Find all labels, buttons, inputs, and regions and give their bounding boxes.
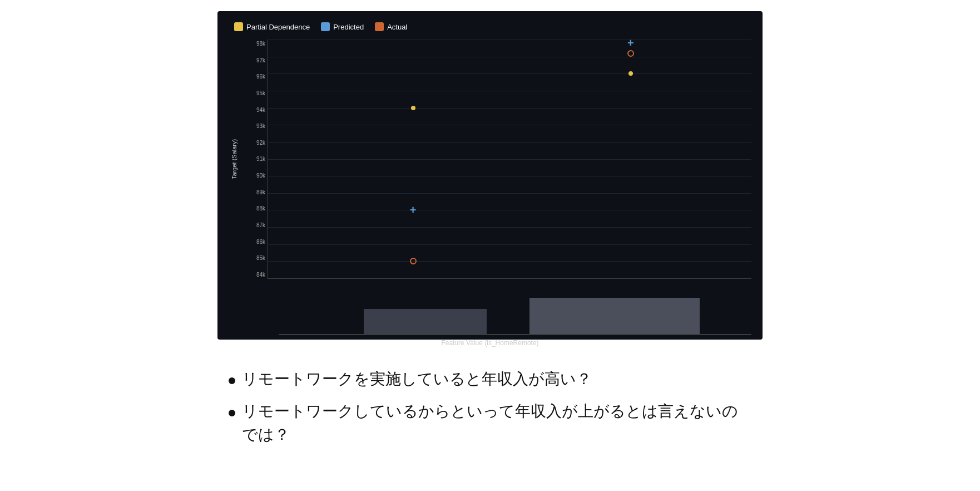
legend-partial-dependence: Partial Dependence	[234, 22, 310, 31]
bullet-item-1: リモートワークを実施していると年収入が高い？	[229, 367, 751, 391]
y-tick-95k: 95k	[256, 90, 265, 96]
predicted-cross: +	[410, 204, 417, 215]
histogram-baseline	[279, 334, 751, 335]
grid-line-97k	[268, 57, 751, 57]
hist-bar-false	[364, 309, 487, 334]
predicted-icon	[321, 22, 330, 31]
bullet-text-1: リモートワークを実施していると年収入が高い？	[242, 367, 592, 391]
x-axis-label: Feature Value (is_HomeRemote)	[229, 339, 751, 347]
partial-dependence-icon	[234, 22, 243, 31]
data-point-2	[410, 258, 417, 264]
y-tick-86k: 86k	[256, 239, 265, 245]
hist-bar-true	[529, 298, 700, 334]
y-tick-89k: 89k	[256, 189, 265, 195]
actual-icon	[375, 22, 384, 31]
y-tick-96k: 96k	[256, 73, 265, 80]
bullet-text-2: リモートワークしているからといって年収入が上がるとは言えないのでは？	[242, 400, 751, 446]
legend-predicted-label: Predicted	[333, 23, 364, 31]
y-tick-84k: 84k	[256, 272, 265, 278]
data-point-1: +	[410, 204, 417, 215]
bullet-item-2: リモートワークしているからといって年収入が上がるとは言えないのでは？	[229, 400, 751, 446]
partial-dependence-dot	[628, 71, 633, 76]
y-tick-94k: 94k	[256, 107, 265, 113]
grid-line-88k	[268, 210, 751, 210]
grid-line-92k	[268, 142, 751, 143]
y-tick-92k: 92k	[256, 140, 265, 146]
y-tick-90k: 90k	[256, 173, 265, 179]
grid-line-91k	[268, 159, 751, 160]
legend-partial-dependence-label: Partial Dependence	[246, 23, 310, 31]
y-tick-85k: 85k	[256, 255, 265, 261]
data-point-3	[628, 71, 633, 76]
y-tick-91k: 91k	[256, 156, 265, 162]
bullet-section: リモートワークを実施していると年収入が高い？ リモートワークしているからといって…	[217, 362, 763, 461]
legend-actual-label: Actual	[387, 23, 407, 31]
grid-line-94k	[268, 108, 751, 109]
bullet-dot-1	[229, 377, 235, 384]
grid-line-84k	[268, 278, 751, 279]
bullet-dot-2	[229, 410, 235, 416]
grid-line-87k	[268, 227, 751, 228]
grid-line-89k	[268, 193, 751, 194]
grid-line-85k	[268, 261, 751, 262]
grid-line-98k	[268, 40, 751, 40]
partial-dependence-dot	[411, 106, 415, 110]
plot-canvas: ++FalseTrue	[268, 40, 751, 279]
data-point-4: +	[627, 40, 634, 48]
y-tick-labels: 98k97k96k95k94k93k92k91k90k89k88k87k86k8…	[242, 40, 268, 279]
grid-line-86k	[268, 244, 751, 245]
y-tick-87k: 87k	[256, 222, 265, 228]
histogram-area	[279, 293, 751, 335]
chart-plot-area: Target (Salary) 98k97k96k95k94k93k92k91k…	[229, 40, 751, 279]
y-axis-label: Target (Salary)	[229, 40, 240, 279]
legend-actual: Actual	[375, 22, 407, 31]
predicted-cross: +	[627, 40, 634, 48]
grid-line-90k	[268, 176, 751, 176]
grid-line-96k	[268, 73, 751, 74]
chart-legend: Partial Dependence Predicted Actual	[229, 22, 751, 31]
data-point-5	[627, 50, 634, 57]
y-tick-88k: 88k	[256, 205, 265, 212]
chart-container: Partial Dependence Predicted Actual Targ…	[217, 11, 763, 340]
data-point-0	[411, 106, 415, 110]
grid-line-93k	[268, 125, 751, 125]
actual-circle	[410, 258, 417, 264]
legend-predicted: Predicted	[321, 22, 364, 31]
y-tick-93k: 93k	[256, 123, 265, 129]
actual-circle	[627, 50, 634, 57]
y-tick-97k: 97k	[256, 57, 265, 63]
grid-line-95k	[268, 91, 751, 91]
y-tick-98k: 98k	[256, 41, 265, 47]
